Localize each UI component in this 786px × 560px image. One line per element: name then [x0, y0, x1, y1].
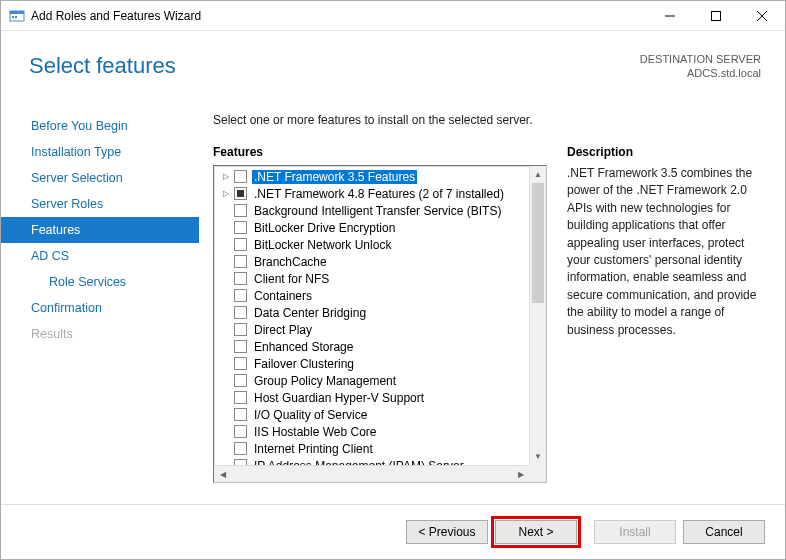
feature-checkbox[interactable] — [234, 374, 247, 387]
horizontal-scrollbar[interactable]: ◀ ▶ — [214, 465, 529, 482]
feature-label[interactable]: Host Guardian Hyper-V Support — [252, 391, 426, 405]
feature-label[interactable]: BranchCache — [252, 255, 329, 269]
feature-label[interactable]: Direct Play — [252, 323, 314, 337]
scroll-corner — [529, 465, 546, 482]
feature-checkbox[interactable] — [234, 425, 247, 438]
scroll-left-icon[interactable]: ◀ — [214, 466, 231, 482]
content-panels: Features ▷.NET Framework 3.5 Features▷.N… — [213, 145, 763, 496]
feature-row[interactable]: Enhanced Storage — [214, 338, 529, 355]
feature-row[interactable]: ▷.NET Framework 3.5 Features — [214, 168, 529, 185]
vertical-scrollbar[interactable]: ▲ ▼ — [529, 166, 546, 465]
feature-row[interactable]: Direct Play — [214, 321, 529, 338]
feature-row[interactable]: Data Center Bridging — [214, 304, 529, 321]
scroll-thumb[interactable] — [532, 183, 544, 303]
svg-rect-2 — [12, 16, 14, 18]
nav-step[interactable]: Role Services — [1, 269, 199, 295]
wizard-nav: Before You BeginInstallation TypeServer … — [1, 101, 199, 496]
window-title: Add Roles and Features Wizard — [31, 9, 201, 23]
description-text: .NET Framework 3.5 combines the power of… — [567, 165, 763, 339]
feature-row[interactable]: IP Address Management (IPAM) Server — [214, 457, 529, 465]
nav-step[interactable]: Features — [1, 217, 199, 243]
nav-step[interactable]: Before You Begin — [1, 113, 199, 139]
feature-label[interactable]: Data Center Bridging — [252, 306, 368, 320]
feature-checkbox[interactable] — [234, 221, 247, 234]
feature-label[interactable]: Group Policy Management — [252, 374, 398, 388]
expander-icon[interactable]: ▷ — [220, 172, 232, 181]
feature-checkbox[interactable] — [234, 408, 247, 421]
scroll-down-icon[interactable]: ▼ — [530, 448, 546, 465]
nav-step[interactable]: Installation Type — [1, 139, 199, 165]
nav-step[interactable]: Server Roles — [1, 191, 199, 217]
titlebar: Add Roles and Features Wizard — [1, 1, 785, 31]
scroll-up-icon[interactable]: ▲ — [530, 166, 546, 183]
close-button[interactable] — [739, 1, 785, 31]
install-button: Install — [594, 520, 676, 544]
feature-row[interactable]: Internet Printing Client — [214, 440, 529, 457]
feature-label[interactable]: .NET Framework 4.8 Features (2 of 7 inst… — [252, 187, 506, 201]
feature-row[interactable]: BitLocker Drive Encryption — [214, 219, 529, 236]
instruction-text: Select one or more features to install o… — [213, 113, 763, 127]
feature-row[interactable]: I/O Quality of Service — [214, 406, 529, 423]
feature-row[interactable]: BitLocker Network Unlock — [214, 236, 529, 253]
feature-checkbox[interactable] — [234, 391, 247, 404]
feature-checkbox[interactable] — [234, 442, 247, 455]
destination-server: ADCS.std.local — [640, 66, 761, 80]
feature-label[interactable]: Internet Printing Client — [252, 442, 375, 456]
feature-row[interactable]: Client for NFS — [214, 270, 529, 287]
feature-label[interactable]: IIS Hostable Web Core — [252, 425, 379, 439]
feature-checkbox[interactable] — [234, 255, 247, 268]
feature-row[interactable]: IIS Hostable Web Core — [214, 423, 529, 440]
wizard-body: Before You BeginInstallation TypeServer … — [1, 101, 785, 496]
wizard-window: Add Roles and Features Wizard Select fea… — [0, 0, 786, 560]
feature-checkbox[interactable] — [234, 289, 247, 302]
svg-rect-3 — [15, 16, 17, 18]
wizard-content: Select one or more features to install o… — [199, 101, 785, 496]
feature-label[interactable]: .NET Framework 3.5 Features — [252, 170, 417, 184]
maximize-button[interactable] — [693, 1, 739, 31]
feature-checkbox[interactable] — [234, 357, 247, 370]
feature-row[interactable]: Containers — [214, 287, 529, 304]
feature-checkbox[interactable] — [234, 187, 247, 200]
svg-rect-5 — [712, 11, 721, 20]
expander-icon[interactable]: ▷ — [220, 189, 232, 198]
nav-step: Results — [1, 321, 199, 347]
description-title: Description — [567, 145, 763, 159]
feature-row[interactable]: Group Policy Management — [214, 372, 529, 389]
next-button[interactable]: Next > — [495, 520, 577, 544]
feature-row[interactable]: ▷.NET Framework 4.8 Features (2 of 7 ins… — [214, 185, 529, 202]
feature-checkbox[interactable] — [234, 170, 247, 183]
feature-checkbox[interactable] — [234, 272, 247, 285]
svg-rect-1 — [10, 11, 24, 14]
cancel-button[interactable]: Cancel — [683, 520, 765, 544]
feature-row[interactable]: Background Intelligent Transfer Service … — [214, 202, 529, 219]
window-controls — [647, 1, 785, 31]
feature-checkbox[interactable] — [234, 323, 247, 336]
page-title: Select features — [29, 53, 176, 79]
app-icon — [9, 8, 25, 24]
nav-step[interactable]: AD CS — [1, 243, 199, 269]
nav-step[interactable]: Confirmation — [1, 295, 199, 321]
feature-checkbox[interactable] — [234, 204, 247, 217]
feature-label[interactable]: Failover Clustering — [252, 357, 356, 371]
wizard-footer: < Previous Next > Install Cancel — [1, 504, 785, 559]
scroll-right-icon[interactable]: ▶ — [512, 466, 529, 482]
minimize-button[interactable] — [647, 1, 693, 31]
feature-label[interactable]: BitLocker Drive Encryption — [252, 221, 397, 235]
feature-label[interactable]: Background Intelligent Transfer Service … — [252, 204, 503, 218]
feature-checkbox[interactable] — [234, 306, 247, 319]
feature-checkbox[interactable] — [234, 340, 247, 353]
feature-label[interactable]: I/O Quality of Service — [252, 408, 369, 422]
previous-button[interactable]: < Previous — [406, 520, 488, 544]
features-panel: Features ▷.NET Framework 3.5 Features▷.N… — [213, 145, 547, 496]
feature-checkbox[interactable] — [234, 238, 247, 251]
description-panel: Description .NET Framework 3.5 combines … — [567, 145, 763, 496]
feature-row[interactable]: BranchCache — [214, 253, 529, 270]
feature-label[interactable]: Containers — [252, 289, 314, 303]
features-tree[interactable]: ▷.NET Framework 3.5 Features▷.NET Framew… — [214, 166, 529, 465]
feature-label[interactable]: Client for NFS — [252, 272, 331, 286]
feature-label[interactable]: Enhanced Storage — [252, 340, 355, 354]
feature-row[interactable]: Host Guardian Hyper-V Support — [214, 389, 529, 406]
feature-row[interactable]: Failover Clustering — [214, 355, 529, 372]
feature-label[interactable]: BitLocker Network Unlock — [252, 238, 393, 252]
nav-step[interactable]: Server Selection — [1, 165, 199, 191]
